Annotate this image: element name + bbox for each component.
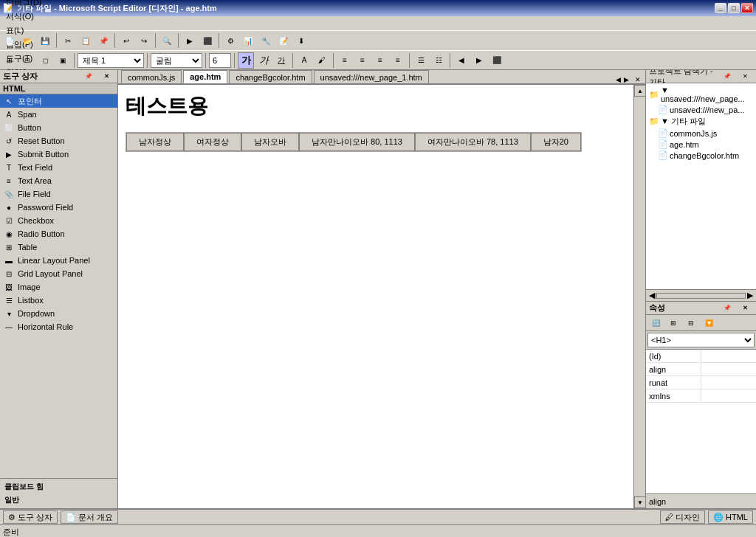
props-btn3[interactable]: ⊟ [683,315,699,331]
align-justify[interactable]: ≡ [390,52,406,69]
html-button[interactable]: 🌐 HTML [708,510,753,524]
highlight-button[interactable]: 🖌 [314,52,330,69]
props-btn1[interactable]: 🔡 [647,315,664,331]
toolbox-item-hrule[interactable]: —Horizontal Rule [0,320,117,333]
toolbox-item-span[interactable]: ASpan [0,108,117,121]
props-btn2[interactable]: ⊞ [665,315,681,331]
num-list-btn[interactable]: ☷ [430,52,447,69]
editor-scrollbar[interactable]: ▲ ▼ [633,85,645,508]
format-btn4[interactable]: ▣ [55,52,71,69]
page-button[interactable]: 남자오바 [241,133,299,151]
tab-prev-button[interactable]: ◀ [614,76,622,83]
menu-item[interactable]: 서식(O) [1,10,46,24]
minimize-button[interactable]: _ [715,3,726,13]
copy-button[interactable]: 📋 [78,32,94,49]
extra-btn1[interactable]: ⚙ [222,32,238,49]
toolbox-item-image[interactable]: 🖼Image [0,280,117,294]
bottom-tab-toolbox[interactable]: ⚙ 도구 상자 [3,510,58,524]
project-header-buttons[interactable]: 📌 ✕ [719,72,753,82]
toolbox-item-textarea[interactable]: ≡Text Area [0,174,117,187]
props-btn4[interactable]: 🔽 [701,315,717,331]
find-button[interactable]: 🔍 [159,32,175,49]
format-btn1[interactable]: ⊞ [1,52,18,69]
open-button[interactable]: 📂 [19,32,35,49]
indent-inc[interactable]: ▶ [471,52,487,69]
page-button[interactable]: 남자만나이오바 80, 1113 [299,133,415,151]
paste-button[interactable]: 📌 [95,32,111,49]
tree-item[interactable]: 📁 ▼ 기타 파일 [647,115,755,128]
toolbox-item-dropdown[interactable]: ▾Dropdown [0,307,117,320]
tree-scroll-track[interactable] [656,293,746,299]
tree-item[interactable]: 📄 commonJs.js [647,128,755,139]
scroll-down-button[interactable]: ▼ [634,496,645,508]
format-btn2[interactable]: ⊟ [19,52,35,69]
tree-item[interactable]: 📄 age.htm [647,139,755,150]
toolbox-pin-button[interactable]: 📌 [80,72,97,82]
editor-tab[interactable]: changeBgcolor.htm [229,70,312,83]
project-pin-button[interactable]: 📌 [719,72,735,82]
editor-tab[interactable]: age.htm [183,70,227,83]
prop-value-input[interactable] [704,365,753,374]
toolbox-close-button[interactable]: ✕ [98,72,114,82]
tab-next-button[interactable]: ▶ [622,76,630,83]
props-close-button[interactable]: ✕ [737,303,753,313]
align-left[interactable]: ≡ [337,52,353,69]
extra-format-btn[interactable]: ⬛ [489,52,505,69]
tab-nav[interactable]: ◀ ▶ ✕ [611,76,645,83]
toolbox-item-radio[interactable]: ◉Radio Button [0,227,117,240]
prop-value-input[interactable] [704,392,753,401]
extra-btn2[interactable]: 📊 [240,32,256,49]
tree-item[interactable]: 📁 ▼ unsaved:///new_page... [647,85,755,104]
prop-value[interactable] [701,376,756,389]
editor-tab[interactable]: commonJs.js [121,70,182,83]
maximize-button[interactable]: □ [728,3,740,13]
align-center[interactable]: ≡ [354,52,371,69]
underline-button[interactable]: 가 [273,52,289,69]
italic-button[interactable]: 가 [255,52,272,69]
toolbox-item-reset[interactable]: ↺Reset Button [0,134,117,148]
toolbox-item-grid[interactable]: ⊟Grid Layout Panel [0,267,117,280]
list-btn[interactable]: ☰ [413,52,429,69]
extra-btn3[interactable]: 🔧 [258,32,274,49]
toolbox-item-password[interactable]: ●Password Field [0,201,117,214]
editor-canvas[interactable]: 테스트용 남자정상여자정상남자오바남자만나이오바 80, 1113여자만나이오바… [118,85,633,508]
extra-btn5[interactable]: ⬇ [293,32,309,49]
indent-dec[interactable]: ◀ [453,52,470,69]
toolbox-header-buttons[interactable]: 📌 ✕ [80,72,114,82]
stop-button[interactable]: ⬛ [199,32,216,49]
color-button[interactable]: A [296,52,312,69]
page-button[interactable]: 남자정상 [126,133,184,151]
style-dropdown[interactable]: 제목 1 [78,53,144,68]
scroll-track[interactable] [634,97,645,496]
toolbox-item-text[interactable]: TText Field [0,161,117,174]
undo-button[interactable]: ↩ [118,32,134,49]
prop-value-input[interactable] [704,352,753,361]
scroll-up-button[interactable]: ▲ [634,85,645,97]
save-button[interactable]: 💾 [37,32,53,49]
toolbox-item-file[interactable]: 📎File Field [0,187,117,201]
project-scrollbar[interactable]: ◀ ▶ [646,289,756,301]
debug-button[interactable]: ▶ [182,32,198,49]
align-right[interactable]: ≡ [372,52,388,69]
title-bar-controls[interactable]: _ □ ✕ [715,3,753,13]
font-size-input[interactable] [209,53,231,68]
tree-item[interactable]: 📄 unsaved:///new_pa... [647,104,755,115]
font-dropdown[interactable]: 굴림 [151,53,202,68]
new-button[interactable]: 📄 [1,32,18,49]
toolbox-item-button[interactable]: ⬜Button [0,121,117,134]
close-button[interactable]: ✕ [741,3,753,13]
tree-item[interactable]: 📄 changeBgcolor.htm [647,150,755,161]
toolbox-item-listbox[interactable]: ☰Listbox [0,294,117,307]
menu-item[interactable]: 디버그(D) [1,0,46,10]
bottom-tab-outline[interactable]: 📄 문서 개요 [61,510,118,524]
prop-value[interactable] [701,350,756,362]
page-button[interactable]: 여자만나이오바 78, 1113 [415,133,531,151]
toolbox-item-checkbox[interactable]: ☑Checkbox [0,214,117,227]
redo-button[interactable]: ↪ [136,32,152,49]
tree-scroll-right[interactable]: ▶ [747,291,753,300]
design-button[interactable]: 🖊 디자인 [660,510,705,524]
props-pin-button[interactable]: 📌 [719,303,735,313]
bold-button[interactable]: 가 [238,52,254,69]
format-btn3[interactable]: ◻ [37,52,53,69]
extra-btn4[interactable]: 📝 [275,32,292,49]
